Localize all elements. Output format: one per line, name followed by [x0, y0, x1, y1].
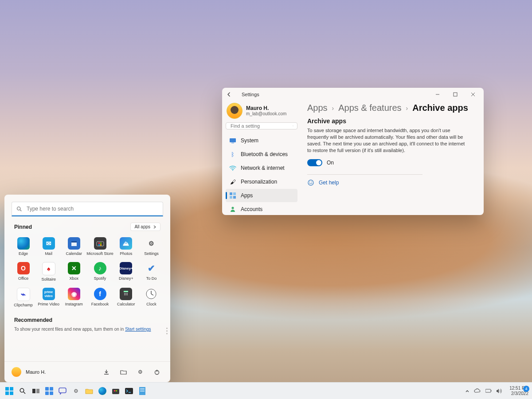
- power-button[interactable]: [151, 366, 163, 378]
- app-settings[interactable]: ⚙Settings: [139, 235, 164, 258]
- settings-button[interactable]: ⚙: [134, 366, 146, 378]
- nav-apps[interactable]: Apps: [226, 189, 297, 202]
- chevron-right-icon: [153, 225, 156, 229]
- app-clock[interactable]: Clock: [139, 285, 164, 309]
- pinned-heading: Pinned: [14, 224, 32, 230]
- all-apps-button[interactable]: All apps: [130, 223, 160, 231]
- svg-rect-41: [50, 391, 53, 395]
- svg-point-9: [231, 207, 234, 209]
- taskbar-settings[interactable]: ⚙: [70, 385, 82, 397]
- start-search[interactable]: [12, 202, 163, 216]
- xbox-icon: ✕: [68, 262, 80, 274]
- chevron-right-icon: ›: [406, 105, 408, 112]
- network-tray-icon[interactable]: [485, 388, 492, 393]
- avatar: [227, 103, 243, 119]
- breadcrumb: Apps › Apps & features › Archive apps: [307, 103, 474, 113]
- svg-rect-32: [10, 387, 13, 391]
- downloads-button[interactable]: [100, 366, 113, 378]
- get-help-link[interactable]: Get help: [319, 180, 339, 186]
- svg-rect-17: [98, 243, 100, 244]
- tray-overflow-button[interactable]: [465, 389, 469, 393]
- svg-point-10: [308, 180, 313, 185]
- calendar-icon: [68, 237, 80, 250]
- app-office[interactable]: OOffice: [11, 259, 36, 283]
- archive-apps-toggle[interactable]: [307, 159, 322, 166]
- titlebar: Settings: [222, 88, 484, 101]
- mail-icon: ✉: [43, 237, 55, 250]
- app-clipchamp[interactable]: ⌁Clipchamp: [11, 285, 36, 309]
- gear-icon: ⚙: [145, 237, 157, 250]
- system-tray: 12:51 PM 2/3/2022: [465, 386, 528, 396]
- start-search-input[interactable]: [26, 205, 158, 212]
- search-button[interactable]: [17, 385, 28, 397]
- settings-sidebar: Mauro H. m_lab@outlook.com System ᛒBluet…: [222, 101, 301, 215]
- svg-rect-50: [140, 391, 145, 391]
- nav-personalization[interactable]: 🖌Personalization: [226, 175, 297, 188]
- page-indicator[interactable]: [166, 328, 168, 334]
- settings-search[interactable]: [226, 122, 297, 129]
- app-mail[interactable]: ✉Mail: [36, 235, 61, 258]
- search-icon: [16, 206, 22, 212]
- footer-user-name[interactable]: Mauro H.: [26, 369, 46, 375]
- svg-point-24: [125, 293, 126, 294]
- user-name: Mauro H.: [246, 105, 286, 111]
- svg-rect-22: [124, 291, 128, 292]
- app-todo[interactable]: ✔To Do: [139, 259, 164, 283]
- app-edge[interactable]: Edge: [11, 235, 36, 258]
- instagram-icon: ◉: [68, 288, 80, 300]
- svg-rect-6: [233, 192, 236, 195]
- svg-point-27: [125, 294, 126, 295]
- settings-window: Settings Mauro H. m_lab@outlook.com: [222, 88, 484, 215]
- app-disney-plus[interactable]: Disney+Disney+: [113, 259, 139, 283]
- volume-icon[interactable]: [496, 388, 502, 394]
- settings-search-input[interactable]: [230, 123, 293, 129]
- app-solitaire[interactable]: ♠Solitaire: [36, 259, 61, 283]
- svg-rect-20: [100, 244, 102, 246]
- documents-button[interactable]: [117, 366, 129, 378]
- app-calendar[interactable]: Calendar: [61, 235, 86, 258]
- start-footer: Mauro H. ⚙: [4, 361, 170, 382]
- nav-accounts[interactable]: Accounts: [226, 203, 297, 215]
- start-settings-link[interactable]: Start settings: [125, 327, 151, 332]
- app-facebook[interactable]: fFacebook: [86, 285, 113, 309]
- chevron-right-icon: ›: [332, 105, 334, 112]
- person-icon: [229, 206, 236, 213]
- chat-button[interactable]: [57, 385, 68, 397]
- task-view-button[interactable]: [30, 385, 42, 397]
- widgets-button[interactable]: [43, 385, 55, 397]
- store-taskbar-button[interactable]: [110, 385, 121, 397]
- app-calculator[interactable]: Calculator: [113, 285, 139, 309]
- minimize-button[interactable]: [429, 88, 446, 101]
- svg-point-13: [17, 207, 20, 210]
- app-xbox[interactable]: ✕Xbox: [61, 259, 86, 283]
- start-button[interactable]: [4, 385, 15, 397]
- nav-network[interactable]: Network & internet: [226, 161, 297, 175]
- onedrive-icon[interactable]: [474, 388, 481, 393]
- nav-bluetooth[interactable]: ᛒBluetooth & devices: [226, 148, 297, 161]
- crumb-apps[interactable]: Apps: [307, 103, 328, 113]
- app-photos[interactable]: ⛰Photos: [113, 235, 139, 258]
- svg-rect-48: [140, 388, 145, 389]
- account-header[interactable]: Mauro H. m_lab@outlook.com: [226, 101, 297, 120]
- terminal-taskbar-button[interactable]: [123, 385, 135, 397]
- file-explorer-button[interactable]: [83, 385, 95, 397]
- maximize-button[interactable]: [446, 88, 464, 101]
- crumb-apps-features[interactable]: Apps & features: [338, 103, 401, 113]
- app-microsoft-store[interactable]: Microsoft Store: [86, 235, 113, 258]
- nav-system[interactable]: System: [226, 134, 297, 147]
- app-prime-video[interactable]: primevideoPrime Video: [36, 285, 61, 309]
- close-button[interactable]: [464, 88, 482, 101]
- start-menu: Pinned All apps Edge ✉Mail Calendar Micr…: [4, 195, 170, 382]
- svg-rect-8: [233, 196, 236, 199]
- system-icon: [229, 137, 236, 144]
- edge-taskbar-button[interactable]: [97, 385, 108, 397]
- calculator-icon: [120, 288, 132, 300]
- photos-icon: ⛰: [120, 237, 132, 250]
- notification-badge[interactable]: 4: [523, 386, 529, 392]
- notepad-taskbar-button[interactable]: [137, 385, 148, 397]
- back-button[interactable]: [227, 92, 239, 97]
- svg-point-28: [127, 294, 128, 295]
- store-icon: [94, 237, 106, 250]
- app-instagram[interactable]: ◉Instagram: [61, 285, 86, 309]
- app-spotify[interactable]: ♪Spotify: [86, 259, 113, 283]
